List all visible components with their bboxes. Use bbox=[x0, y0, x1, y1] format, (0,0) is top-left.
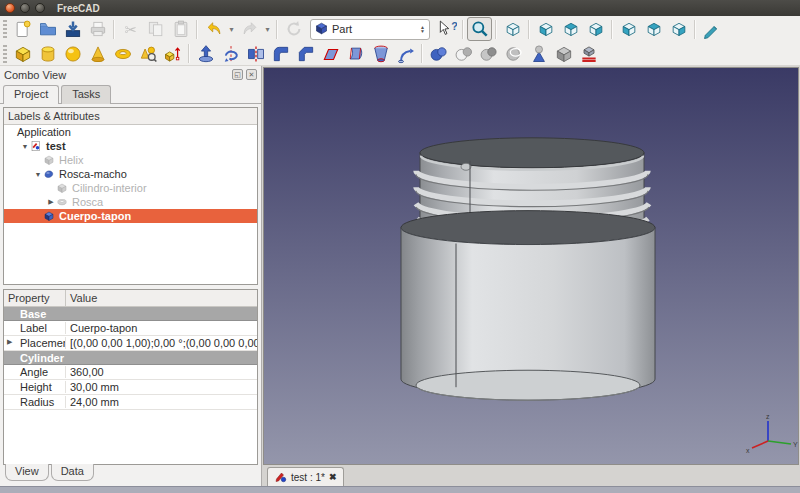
property-row-placement[interactable]: ▶Placement[(0,00 0,00 1,00);0,00 °;(0,00… bbox=[4, 336, 257, 351]
part-cylinder-button[interactable] bbox=[35, 42, 60, 66]
project-tab-page: Labels & Attributes Application▼testHeli… bbox=[0, 103, 261, 486]
make-face-button[interactable] bbox=[318, 42, 343, 66]
property-column-header[interactable]: Property bbox=[4, 290, 66, 306]
collapse-arrow-icon[interactable]: ▼ bbox=[20, 143, 30, 150]
property-row-label[interactable]: LabelCuerpo-tapon bbox=[4, 321, 257, 336]
view-front-button[interactable] bbox=[533, 17, 558, 41]
property-columns: Property Value bbox=[4, 290, 257, 307]
tree-item-label: Application bbox=[17, 126, 71, 138]
extrude-button[interactable] bbox=[193, 42, 218, 66]
toolbar-handle[interactable] bbox=[3, 20, 7, 38]
fillet-button[interactable] bbox=[268, 42, 293, 66]
defeaturing-button[interactable] bbox=[551, 42, 576, 66]
measure-button[interactable] bbox=[699, 17, 724, 41]
combo-view-title: Combo View bbox=[4, 69, 66, 81]
maximize-window-button[interactable] bbox=[35, 3, 45, 13]
collapse-arrow-icon[interactable]: ▼ bbox=[33, 171, 43, 178]
tab-view[interactable]: View bbox=[5, 464, 49, 481]
property-value[interactable]: 360,00 bbox=[66, 366, 257, 378]
toolbar-separator bbox=[188, 44, 190, 63]
cube-rear-icon bbox=[619, 19, 639, 39]
new-file-button[interactable] bbox=[10, 17, 35, 41]
workbench-selector-label: Part bbox=[332, 23, 352, 35]
titlebar[interactable]: FreeCAD bbox=[0, 0, 800, 16]
cross-sections-button[interactable] bbox=[526, 42, 551, 66]
freecad-window: FreeCAD ✂▾▾Part▲▼? Combo View ◱ ✕ Projec… bbox=[0, 0, 800, 493]
part-cone-button[interactable] bbox=[85, 42, 110, 66]
loft-button[interactable] bbox=[368, 42, 393, 66]
toolbar-part-tools bbox=[0, 42, 800, 66]
tree-item-test[interactable]: ▼test bbox=[4, 139, 257, 153]
view-axonometric-button[interactable] bbox=[500, 17, 525, 41]
part-box-button[interactable] bbox=[10, 42, 35, 66]
close-panel-icon[interactable]: ✕ bbox=[246, 69, 257, 80]
tree-item-cilindro-interior[interactable]: Cilindro-interior bbox=[4, 181, 257, 195]
boolean-union-button[interactable] bbox=[426, 42, 451, 66]
value-column-header[interactable]: Value bbox=[66, 290, 101, 306]
part-sphere-button[interactable] bbox=[60, 42, 85, 66]
toolbar-handle[interactable] bbox=[3, 45, 7, 63]
part-torus-button[interactable] bbox=[110, 42, 135, 66]
property-row-height[interactable]: Height30,00 mm bbox=[4, 380, 257, 395]
chevron-down-icon: ▾ bbox=[229, 25, 233, 34]
property-value[interactable]: Cuerpo-tapon bbox=[66, 322, 257, 334]
3d-viewport[interactable]: z Y x bbox=[263, 67, 799, 465]
open-file-button[interactable] bbox=[35, 17, 60, 41]
tree-item-cuerpo-tapon[interactable]: Cuerpo-tapon bbox=[4, 209, 257, 223]
tree-item-helix[interactable]: Helix bbox=[4, 153, 257, 167]
ruled-surface-button[interactable] bbox=[343, 42, 368, 66]
mirror-button[interactable] bbox=[243, 42, 268, 66]
tab-project[interactable]: Project bbox=[3, 85, 59, 104]
property-name: Label bbox=[4, 322, 66, 334]
toolbar-file-view: ✂▾▾Part▲▼? bbox=[0, 16, 800, 42]
whats-this-button[interactable]: ? bbox=[434, 17, 459, 41]
tab-data[interactable]: Data bbox=[51, 464, 94, 481]
part-primitives-button[interactable] bbox=[135, 42, 160, 66]
view-left-button[interactable] bbox=[666, 17, 691, 41]
save-file-button[interactable] bbox=[60, 17, 85, 41]
tree-item-rosca-macho[interactable]: ▼Rosca-macho bbox=[4, 167, 257, 181]
close-document-icon[interactable]: ✖ bbox=[329, 472, 337, 482]
mdi-area: z Y x test : 1* ✖ bbox=[262, 66, 800, 486]
property-value[interactable]: [(0,00 0,00 1,00);0,00 °;(0,00 0,00 0,00… bbox=[66, 337, 257, 349]
toolbar-separator bbox=[694, 20, 696, 39]
view-bottom-button[interactable] bbox=[641, 17, 666, 41]
undo-button[interactable] bbox=[201, 17, 226, 41]
boolean-cut-button[interactable] bbox=[451, 42, 476, 66]
property-row-angle[interactable]: Angle360,00 bbox=[4, 365, 257, 380]
mirror-icon bbox=[246, 44, 266, 64]
compound-button[interactable] bbox=[576, 42, 601, 66]
view-right-button[interactable] bbox=[583, 17, 608, 41]
undo-dropdown[interactable]: ▾ bbox=[226, 17, 237, 41]
model-cuerpo-tapon[interactable] bbox=[401, 138, 655, 400]
expand-arrow-icon[interactable]: ▶ bbox=[46, 198, 56, 206]
property-value[interactable]: 30,00 mm bbox=[66, 381, 257, 393]
tree-item-rosca[interactable]: ▶Rosca bbox=[4, 195, 257, 209]
cone-icon bbox=[88, 44, 108, 64]
revolve-button[interactable] bbox=[218, 42, 243, 66]
chamfer-button[interactable] bbox=[293, 42, 318, 66]
sweep-button[interactable] bbox=[393, 42, 418, 66]
document-tab-label: test : 1* bbox=[291, 472, 325, 483]
tree-item-label: Rosca-macho bbox=[59, 168, 127, 180]
view-rear-button[interactable] bbox=[616, 17, 641, 41]
new-file-icon bbox=[13, 19, 33, 39]
minimize-window-button[interactable] bbox=[20, 3, 30, 13]
tree-item-application[interactable]: Application bbox=[4, 125, 257, 139]
document-tab-test[interactable]: test : 1* ✖ bbox=[267, 467, 344, 486]
redo-dropdown[interactable]: ▾ bbox=[262, 17, 273, 41]
section-button[interactable] bbox=[501, 42, 526, 66]
workbench-selector[interactable]: Part▲▼ bbox=[310, 19, 430, 40]
close-window-button[interactable] bbox=[5, 3, 15, 13]
fit-all-button[interactable] bbox=[467, 17, 492, 41]
property-value[interactable]: 24,00 mm bbox=[66, 396, 257, 408]
view-top-button[interactable] bbox=[558, 17, 583, 41]
toolbar-separator bbox=[462, 20, 464, 39]
shape-builder-button[interactable] bbox=[160, 42, 185, 66]
tab-tasks[interactable]: Tasks bbox=[61, 85, 111, 104]
expand-arrow-icon[interactable]: ▶ bbox=[7, 338, 12, 346]
float-panel-icon[interactable]: ◱ bbox=[232, 69, 243, 80]
workbench-spinner-icon[interactable]: ▲▼ bbox=[420, 25, 426, 33]
boolean-common-button[interactable] bbox=[476, 42, 501, 66]
property-row-radius[interactable]: Radius24,00 mm bbox=[4, 395, 257, 410]
